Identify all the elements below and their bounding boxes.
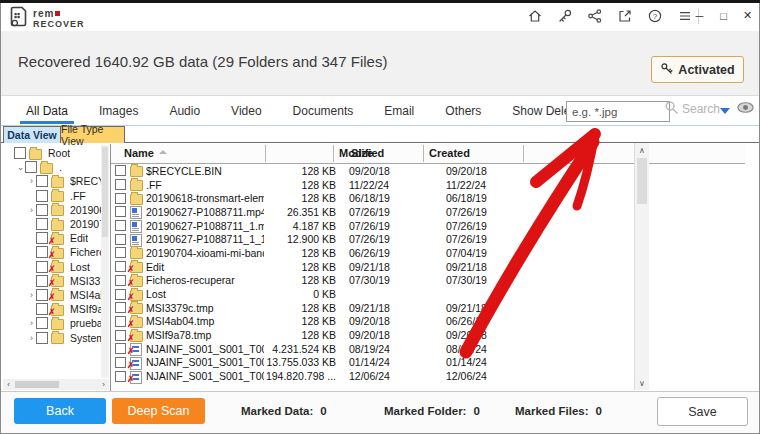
tab-email[interactable]: Email (382, 96, 416, 125)
scroll-left-icon[interactable]: ‹ (3, 380, 14, 389)
filter-dropdown-caret[interactable] (720, 108, 730, 114)
tree-item-system-volu[interactable]: ›System Volu (3, 330, 103, 344)
preview-eye-icon[interactable] (736, 100, 755, 119)
checkbox[interactable] (36, 332, 48, 344)
help-icon[interactable]: ? (646, 7, 663, 24)
chevron-collapsed-icon[interactable]: › (27, 318, 36, 328)
checkbox[interactable] (115, 371, 126, 382)
maximize-button[interactable]: □ (716, 6, 731, 25)
tree-vertical-scrollbar-thumb[interactable] (102, 147, 108, 237)
tree-item-$recycle.b[interactable]: ›$RECYCLE.B (3, 174, 103, 188)
checkbox[interactable] (25, 161, 37, 173)
checkbox[interactable] (115, 357, 126, 368)
tree-item-edit[interactable]: ✗Edit (3, 231, 103, 245)
checkbox[interactable] (115, 165, 126, 176)
table-row[interactable]: 20190618-tronsmart-elemen...128 KB06/18/… (111, 191, 745, 205)
checkbox[interactable] (36, 289, 48, 301)
checkbox[interactable] (115, 316, 126, 327)
checkbox[interactable] (115, 234, 126, 245)
tree-vertical-scrollbar[interactable] (101, 145, 109, 378)
back-button[interactable]: Back (14, 398, 106, 424)
tab-data-view[interactable]: Data View (3, 126, 61, 143)
tree-item-.[interactable]: ⌄. (3, 160, 103, 174)
tree-item-msi4ab04.tn[interactable]: ›✗MSI4ab04.tn (3, 288, 103, 302)
tree-item-20190618-tr[interactable]: ›20190618-tr (3, 203, 103, 217)
tab-audio[interactable]: Audio (167, 96, 202, 125)
table-row[interactable]: $RECYCLE.BIN128 KB09/20/1809/20/18 (111, 164, 745, 178)
checkbox[interactable] (36, 218, 48, 230)
tree-item-lost[interactable]: ✗Lost (3, 260, 103, 274)
table-row[interactable]: ✗MSI4ab04.tmp128 KB09/20/1806/26/19 (111, 315, 745, 329)
table-row[interactable]: 20190627-P1088711.mp426.351 KB07/26/1907… (111, 205, 745, 219)
table-row[interactable]: ✗NJAINF_S001_S001_T001.MOV194.820.798 ..… (111, 369, 745, 383)
checkbox[interactable] (115, 206, 126, 217)
chevron-collapsed-icon[interactable]: › (27, 333, 36, 343)
table-row[interactable]: ✗NJAINF_S001_S001_T001.MOV13.755.033 KB0… (111, 356, 745, 370)
column-header-created[interactable]: Created (429, 147, 470, 159)
checkbox[interactable] (36, 246, 48, 258)
activated-button[interactable]: Activated (651, 56, 744, 83)
tab-video[interactable]: Video (229, 96, 263, 125)
tree-item-root[interactable]: Root (3, 146, 103, 160)
table-row[interactable]: ✗Edit128 KB09/21/1809/21/18 (111, 260, 745, 274)
column-header-modified[interactable]: Modified (339, 147, 384, 159)
checkbox[interactable] (36, 232, 48, 244)
tab-others[interactable]: Others (443, 96, 483, 125)
checkbox[interactable] (36, 275, 48, 287)
checkbox[interactable] (36, 175, 48, 187)
search-button[interactable]: Search (664, 100, 720, 118)
menu-icon[interactable] (676, 7, 693, 24)
open-external-icon[interactable] (616, 7, 633, 24)
checkbox[interactable] (36, 317, 48, 329)
table-row[interactable]: ✗MSIf9a78.tmp128 KB09/20/1809/20/18 (111, 328, 745, 342)
checkbox[interactable] (115, 289, 126, 300)
chevron-collapsed-icon[interactable]: › (27, 205, 36, 215)
table-row[interactable]: 20190704-xioami-mi-band-4128 KB06/26/190… (111, 246, 745, 260)
tree-item-ficheros-rec[interactable]: ✗Ficheros-rec (3, 245, 103, 259)
column-header-name[interactable]: Name (124, 147, 154, 159)
tree-item-msif9a78.tm[interactable]: ✗MSIf9a78.tm (3, 302, 103, 316)
checkbox[interactable] (36, 190, 48, 202)
checkbox[interactable] (115, 330, 126, 341)
checkbox[interactable] (36, 204, 48, 216)
checkbox[interactable] (115, 343, 126, 354)
home-icon[interactable] (526, 7, 543, 24)
checkbox[interactable] (36, 303, 48, 315)
chevron-collapsed-icon[interactable]: › (27, 290, 36, 300)
scroll-up-icon[interactable]: ∧ (635, 143, 649, 157)
checkbox[interactable] (115, 179, 126, 190)
tab-images[interactable]: Images (97, 96, 140, 125)
tree-item-prueba-1-gp[interactable]: ›prueba-1-gp (3, 316, 103, 330)
chevron-collapsed-icon[interactable]: › (27, 176, 36, 186)
close-button[interactable]: ✕ (740, 6, 755, 25)
search-input[interactable] (566, 101, 670, 122)
checkbox[interactable] (115, 261, 126, 272)
minimize-button[interactable]: ─ (692, 6, 707, 25)
tree-item-msi3379c.tn[interactable]: ✗MSI3379c.tn (3, 274, 103, 288)
tree-horizontal-scrollbar[interactable]: ‹ › (3, 379, 109, 390)
tree-horizontal-scrollbar-thumb[interactable] (15, 381, 59, 388)
checkbox[interactable] (115, 193, 126, 204)
table-row[interactable]: ✗Lost0 KB (111, 287, 745, 301)
save-button[interactable]: Save (657, 397, 748, 426)
scroll-down-icon[interactable]: ∨ (635, 376, 649, 390)
share-icon[interactable] (586, 7, 603, 24)
key-icon[interactable] (556, 7, 573, 24)
scroll-right-icon[interactable]: › (98, 380, 109, 389)
table-row[interactable]: 20190627-P1088711_1.mp44.187 KB07/26/190… (111, 219, 745, 233)
tab-file-type-view[interactable]: File Type View (60, 126, 125, 143)
table-row[interactable]: ✗Ficheros-recuperar128 KB07/30/1907/30/1… (111, 274, 745, 288)
table-row[interactable]: .FF128 KB11/22/2411/22/24 (111, 178, 745, 192)
checkbox[interactable] (115, 302, 126, 313)
tab-all-data[interactable]: All Data (24, 96, 70, 125)
table-vertical-scrollbar-thumb[interactable] (637, 158, 647, 204)
checkbox[interactable] (115, 247, 126, 258)
table-row[interactable]: ✗NJAINF_S001_S001_T001.MOV4.231.524 KB08… (111, 342, 745, 356)
table-row[interactable]: ✗MSI3379c.tmp128 KB09/21/1809/21/18 (111, 301, 745, 315)
tab-documents[interactable]: Documents (291, 96, 356, 125)
table-vertical-scrollbar[interactable]: ∧ ∨ (634, 143, 649, 390)
table-row[interactable]: 20190627-P1088711_1_1.mp412.900 KB07/26/… (111, 232, 745, 246)
chevron-expanded-icon[interactable]: ⌄ (16, 162, 25, 172)
deep-scan-button[interactable]: Deep Scan (112, 398, 205, 424)
checkbox[interactable] (115, 220, 126, 231)
